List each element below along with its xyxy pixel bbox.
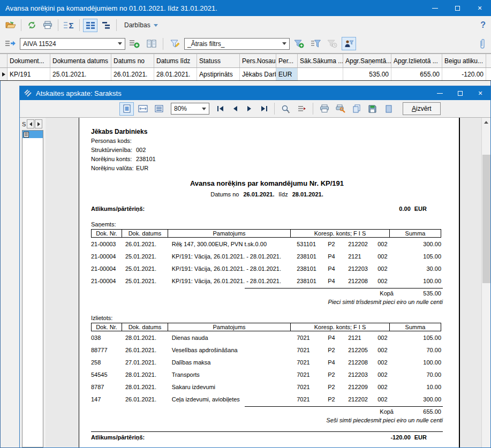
- preview-area: Jēkabs Darbinieks Personas kods: Struktū…: [46, 118, 481, 447]
- column-header-datums-lidz[interactable]: Datums līdz: [154, 54, 197, 67]
- view-combobox[interactable]: AIVA 11524: [20, 38, 125, 50]
- column-header-dokument[interactable]: Dokument...: [7, 54, 50, 67]
- cell-statuss[interactable]: Apstiprināts: [197, 68, 240, 80]
- refresh-button[interactable]: [25, 19, 39, 32]
- actions-dropdown-button[interactable]: Darbības: [120, 19, 162, 31]
- maximize-button[interactable]: [450, 86, 470, 100]
- cell-s: 002: [377, 359, 391, 366]
- magnifier-icon: [281, 104, 291, 113]
- columns-button[interactable]: [144, 37, 158, 50]
- help-button[interactable]: ?: [480, 20, 486, 30]
- cell-i: 2121: [348, 253, 377, 260]
- cell-apgr-izlietota[interactable]: 655.00: [391, 68, 442, 80]
- personal-filter-button[interactable]: [342, 37, 356, 50]
- close-button[interactable]: ×: [470, 86, 490, 100]
- open-button[interactable]: [3, 19, 18, 32]
- opening-balance-row: Atlikums/pārtēriņš: 0.00EUR: [91, 205, 443, 213]
- table-row[interactable]: KP/191 25.01.2021. 26.01.2021. 28.01.202…: [0, 68, 491, 80]
- cell-f: P2: [322, 384, 348, 390]
- meta-label: Struktūrvienība:: [91, 146, 136, 155]
- single-page-mode-button[interactable]: [381, 102, 396, 116]
- column-header-apgr-izlietota[interactable]: Apgr.Izlietotā ...: [391, 54, 442, 67]
- last-page-button[interactable]: [258, 102, 270, 116]
- save-button[interactable]: [365, 102, 380, 116]
- next-page-button[interactable]: [243, 102, 256, 116]
- sum-button[interactable]: Σ: [62, 19, 76, 32]
- cell-beigu-atlikums[interactable]: -120.00: [442, 68, 486, 80]
- attachment-button[interactable]: [479, 38, 486, 50]
- closing-balance-value: -120.00: [390, 434, 410, 442]
- minimize-button[interactable]: [424, 0, 446, 16]
- previous-page-button[interactable]: [229, 102, 241, 116]
- tab-scroll-right-button[interactable]: [35, 119, 42, 128]
- tab-scroll-left-button[interactable]: [27, 119, 34, 128]
- cell-dokumenta-datums[interactable]: 25.01.2021.: [50, 68, 111, 80]
- minimize-button[interactable]: [429, 86, 450, 100]
- column-header-pers-valuta[interactable]: Per...: [276, 54, 298, 67]
- first-page-icon: [217, 105, 224, 112]
- cell-pamatojums: Dalības maksa: [169, 359, 292, 366]
- close-button[interactable]: ×: [469, 0, 491, 16]
- toolbar-separator: [313, 103, 313, 115]
- first-page-button[interactable]: [214, 102, 227, 116]
- column-header-dokumenta-datums[interactable]: Dokumenta datums: [50, 54, 111, 67]
- cell-datums-no[interactable]: 26.01.2021.: [111, 68, 154, 80]
- scroll-up-button[interactable]: [482, 118, 490, 127]
- select-view-button[interactable]: [3, 37, 18, 50]
- cell-dok-datums: 28.01.2021.: [122, 371, 169, 378]
- print-report-button[interactable]: [317, 102, 331, 116]
- cell-summa: 30.00: [391, 265, 443, 272]
- zoom-value: 80%: [174, 105, 187, 112]
- column-header-pers-nosaukums[interactable]: Pers.Nosaukums: [240, 54, 276, 67]
- closing-balance-currency: EUR: [414, 434, 427, 442]
- copy-button[interactable]: [349, 102, 364, 116]
- filter-clock-icon: [327, 40, 337, 48]
- report-title: Avansa norēķins par komandējumu Nr. KP/1…: [91, 179, 443, 187]
- cell-f: P4: [322, 253, 348, 260]
- cell-pers-nosaukums[interactable]: Jēkabs Darbinieks: [240, 68, 276, 80]
- cell-dok-nr: 54545: [91, 371, 122, 378]
- maximize-button[interactable]: [446, 0, 469, 16]
- cell-summa: 100.00: [391, 278, 443, 284]
- cell-i: 212205: [348, 347, 377, 353]
- close-preview-button[interactable]: Aizvērt: [403, 102, 441, 115]
- cell-datums-lidz[interactable]: 28.01.2021.: [154, 68, 197, 80]
- column-header-apgr-sanemta[interactable]: Apgr.Saņemtā...: [343, 54, 391, 67]
- page-view-button[interactable]: [119, 102, 134, 116]
- cell-sak-sakuma[interactable]: [298, 68, 343, 80]
- preview-vertical-scrollbar[interactable]: [481, 118, 490, 447]
- go-to-button[interactable]: [294, 102, 309, 116]
- spent-amount-in-words: Seši simti piecdesmit pieci eiro un null…: [91, 416, 443, 425]
- print-button[interactable]: [40, 19, 55, 32]
- spent-table-header: Dok. Nr. Dok. datums Pamatojums Koresp. …: [91, 323, 443, 331]
- cell-s: 002: [377, 347, 391, 353]
- filter-list-button[interactable]: [308, 37, 323, 50]
- cell-pers-valuta[interactable]: EUR: [276, 68, 298, 80]
- cell-dokuments[interactable]: KP/191: [7, 68, 50, 80]
- add-filter-button[interactable]: [292, 37, 306, 50]
- sidebar-tab-strip: S: [22, 118, 45, 130]
- zoom-combobox[interactable]: 80%: [171, 103, 209, 115]
- column-header-sak-sakuma[interactable]: Sāk.Sākuma ...: [298, 54, 343, 67]
- received-table-header: Dok. Nr. Dok. datums Pamatojums Koresp. …: [91, 229, 443, 238]
- column-header-beigu-atlikums[interactable]: Beigu atliku...: [442, 54, 486, 67]
- print-setup-button[interactable]: [333, 102, 348, 116]
- column-header-datums-no[interactable]: Datums no: [111, 54, 154, 67]
- cell-apgr-sanemta[interactable]: 535.00: [343, 68, 391, 80]
- whole-page-button[interactable]: [152, 102, 166, 116]
- find-button[interactable]: [278, 102, 293, 116]
- page-view-icon: [123, 104, 131, 113]
- meta-row: Struktūrvienība: 002: [91, 146, 443, 155]
- edit-filter-button[interactable]: [168, 37, 182, 50]
- scrollbar-thumb[interactable]: [482, 155, 490, 283]
- add-view-button[interactable]: [127, 37, 142, 50]
- tree-view-button[interactable]: [99, 19, 113, 32]
- column-header-statuss[interactable]: Statuss: [197, 54, 240, 67]
- closing-balance-row: Atlikums/pārtēriņš: -120.00EUR: [91, 434, 443, 442]
- documents-grid: Dokument... Dokumenta datums Datums no D…: [0, 54, 491, 81]
- list-item[interactable]: [22, 131, 43, 138]
- fit-width-button[interactable]: [135, 102, 150, 116]
- cell-i: 212202: [348, 241, 377, 247]
- list-view-button[interactable]: [83, 19, 97, 32]
- quick-filter-combobox[interactable]: _Ātrais filtrs_: [184, 38, 290, 50]
